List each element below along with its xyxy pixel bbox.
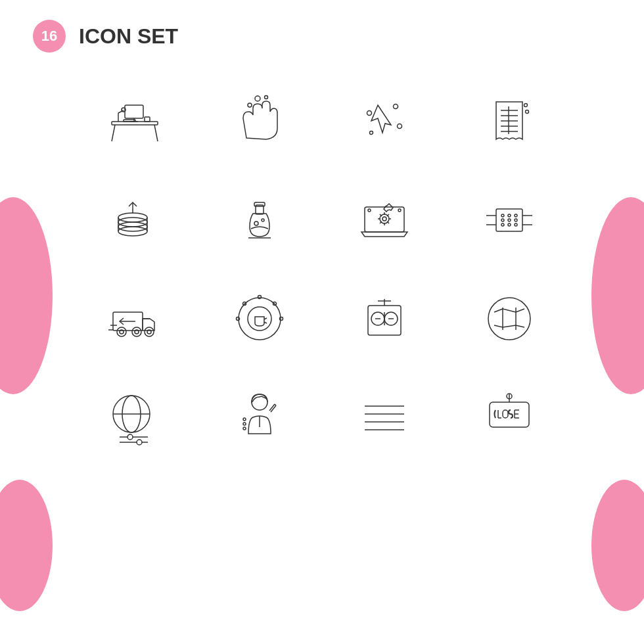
receptionist-icon-cell (204, 375, 315, 460)
close-sign-icon-cell (453, 375, 565, 460)
money-frame-icon-cell (329, 276, 440, 361)
svg-point-60 (508, 219, 511, 221)
laptop-settings-icon-cell (329, 177, 440, 263)
hand-glove-icon-cell (204, 79, 315, 164)
decorative-blob-bottom-right (591, 480, 644, 611)
svg-point-109 (243, 423, 246, 425)
svg-point-11 (248, 103, 252, 107)
header: 16 ICON SET (0, 0, 644, 66)
svg-line-47 (380, 221, 382, 223)
lines-icon (355, 388, 414, 447)
svg-point-84 (237, 317, 240, 321)
svg-rect-117 (490, 402, 529, 427)
svg-point-17 (370, 131, 373, 135)
delivery-truck-icon (105, 289, 164, 348)
coffee-donut-icon (230, 289, 289, 348)
svg-point-93 (488, 298, 530, 340)
svg-point-102 (137, 440, 142, 445)
laptop-settings-icon (355, 191, 414, 250)
desk-icon (105, 92, 164, 151)
map-circle-icon-cell (453, 276, 565, 361)
svg-line-107 (275, 404, 276, 405)
svg-point-67 (117, 327, 126, 336)
svg-point-15 (367, 111, 372, 116)
svg-point-61 (515, 219, 517, 221)
hand-glove-icon (230, 92, 289, 151)
filter-pipe-icon (480, 191, 539, 250)
desk-icon-cell (79, 79, 191, 164)
coins-icon (105, 191, 164, 250)
svg-point-13 (265, 96, 268, 99)
globe-settings-icon-cell (79, 375, 191, 460)
svg-point-110 (243, 427, 246, 430)
close-sign-icon (480, 388, 539, 447)
svg-point-80 (258, 296, 262, 299)
svg-point-76 (239, 298, 281, 340)
svg-point-59 (501, 219, 504, 221)
svg-line-1 (112, 125, 115, 141)
svg-line-2 (154, 125, 158, 141)
cursor-sparkle-icon (355, 92, 414, 151)
svg-point-101 (127, 434, 133, 440)
svg-point-64 (515, 223, 517, 226)
svg-point-58 (515, 214, 517, 217)
svg-point-36 (262, 219, 264, 221)
svg-point-25 (526, 110, 529, 114)
cursor-sparkle-icon-cell (329, 79, 440, 164)
svg-point-68 (132, 327, 141, 336)
coins-icon-cell (79, 177, 191, 263)
svg-point-14 (394, 104, 398, 109)
svg-point-16 (398, 124, 402, 129)
svg-point-56 (501, 214, 504, 217)
svg-point-108 (243, 418, 246, 421)
svg-rect-10 (145, 117, 150, 122)
receptionist-icon (230, 388, 289, 447)
svg-line-48 (387, 214, 389, 216)
page-title: ICON SET (79, 24, 178, 49)
bottle-icon (230, 191, 289, 250)
svg-point-40 (382, 217, 386, 221)
coffee-donut-icon-cell (204, 276, 315, 361)
receipt-icon-cell (453, 79, 565, 164)
lines-icon-cell (329, 375, 440, 460)
badge-number: 16 (33, 20, 66, 53)
svg-rect-120 (503, 410, 508, 418)
svg-point-50 (398, 209, 401, 212)
svg-point-57 (508, 214, 511, 217)
svg-line-45 (380, 214, 382, 216)
receipt-icon (480, 92, 539, 151)
map-circle-icon (480, 289, 539, 348)
globe-settings-icon (105, 388, 164, 447)
svg-point-35 (254, 221, 258, 225)
svg-point-63 (508, 223, 511, 226)
svg-point-77 (248, 307, 271, 331)
svg-line-46 (387, 221, 389, 223)
decorative-blob-bottom-left (0, 480, 53, 611)
svg-point-69 (145, 327, 154, 336)
delivery-truck-icon-cell (79, 276, 191, 361)
icon-grid (26, 66, 618, 473)
svg-point-83 (280, 317, 283, 321)
svg-point-62 (501, 223, 504, 226)
svg-rect-3 (125, 105, 143, 118)
svg-rect-55 (496, 209, 522, 231)
svg-point-24 (524, 104, 528, 107)
bottle-icon-cell (204, 177, 315, 263)
svg-point-49 (368, 209, 371, 212)
money-frame-icon (355, 289, 414, 348)
svg-point-12 (255, 96, 260, 101)
filter-pipe-icon-cell (453, 177, 565, 263)
